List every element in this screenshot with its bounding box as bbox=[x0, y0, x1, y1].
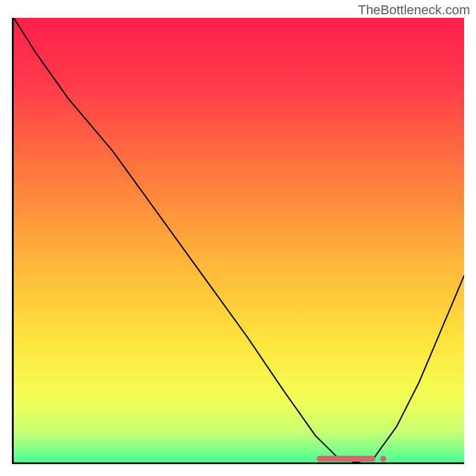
chart-plot-area bbox=[12, 18, 464, 464]
bottleneck-curve bbox=[14, 18, 464, 462]
watermark-text: TheBottleneck.com bbox=[358, 2, 470, 18]
optimal-point-marker bbox=[380, 456, 386, 462]
optimal-range-marker bbox=[317, 456, 375, 462]
